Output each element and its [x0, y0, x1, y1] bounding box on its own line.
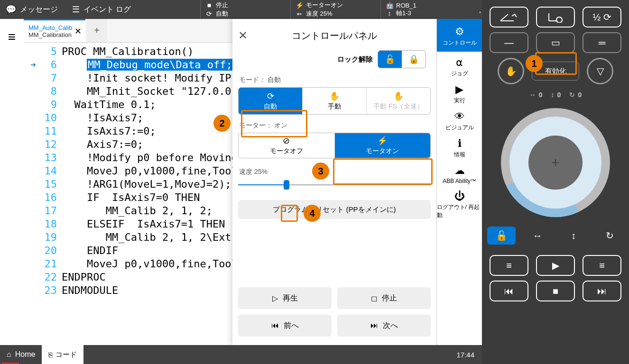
unlock-icon[interactable]: 🔓	[378, 51, 402, 68]
motor-on-icon: ⚡	[377, 136, 388, 146]
clock: 17:44	[449, 345, 482, 364]
page-button[interactable]: ▭	[536, 32, 575, 53]
slider-thumb[interactable]	[284, 180, 289, 190]
status-robot-axis: 🤖ROB_1 ↕軸1-3	[380, 0, 471, 19]
align-icon[interactable]	[490, 7, 528, 27]
panel-title: コントロールパネル	[257, 29, 412, 42]
jog-icon: ⍺	[456, 56, 463, 69]
sidebar-jog[interactable]: ⍺ジョグ	[437, 54, 482, 81]
motor-off-icon: ⊘	[283, 136, 290, 146]
next-icon: ⏭	[370, 321, 378, 330]
sidebar-control[interactable]: ⚙コントロール	[437, 19, 482, 52]
lock-icon[interactable]: 🔒	[402, 51, 426, 68]
sidebar-run[interactable]: ▶実行	[437, 81, 482, 108]
panel-close-button[interactable]: ✕	[238, 29, 257, 42]
bottom-bar: ⌂ Home ⎘ コード 17:44	[0, 345, 482, 364]
joystick-center[interactable]: +	[528, 136, 583, 190]
play-button[interactable]: ▷再生	[238, 287, 332, 309]
unlock-small-icon[interactable]: 🔓	[487, 227, 516, 245]
mode-full-button: ✋手動 FS（全速）	[366, 88, 430, 114]
info-icon: ℹ	[458, 137, 462, 150]
event-log-label[interactable]: イベント ログ	[83, 5, 131, 15]
stop-square-icon[interactable]: ■	[536, 281, 575, 301]
step-fwd-icon[interactable]: ⏭	[583, 281, 621, 301]
mode-manual-button[interactable]: ✋手動	[302, 88, 366, 114]
auto-mode-icon: ⟳	[267, 91, 274, 101]
enable-button[interactable]: 有効化	[532, 62, 579, 81]
prev-icon: ⏮	[271, 321, 279, 330]
run-icon: ▶	[455, 83, 463, 96]
equals-button[interactable]: ═	[583, 32, 621, 53]
menu-lines-icon[interactable]: ≡	[490, 255, 528, 276]
list-icon[interactable]: ☰	[72, 4, 80, 15]
sidebar-ability[interactable]: ☁ABB Ability™	[437, 162, 482, 187]
motor-off-button[interactable]: ⊘モータオフ	[239, 133, 334, 158]
touch-icon[interactable]: ✋	[498, 58, 524, 84]
sidebar-visual[interactable]: 👁ビジュアル	[437, 108, 482, 135]
hand-icon: ✋	[329, 91, 340, 101]
robot-icon: 🤖	[386, 1, 393, 9]
tab-close[interactable]: ✕	[74, 26, 82, 36]
messages-label[interactable]: メッセージ	[20, 5, 58, 15]
prev-button[interactable]: ⏮前へ	[238, 315, 332, 337]
warning-icon[interactable]: ▽	[587, 58, 613, 84]
message-icon[interactable]: 💬	[6, 4, 16, 15]
status-motor-speed: ⚡モーターオン ➳速度 25%	[290, 0, 380, 19]
reset-program-button[interactable]: プログラムをリセット (PPをメインに)	[238, 200, 431, 219]
motor-icon: ⚡	[296, 1, 303, 9]
sidebar-logout[interactable]: ⏻ログアウト/ 再起動	[437, 187, 482, 222]
minus-button[interactable]: —	[490, 32, 528, 53]
motor-on-button[interactable]: ⚡モータオン	[334, 133, 431, 158]
code-tab-button[interactable]: ⎘ コード	[42, 345, 83, 364]
rotate-arrow-icon[interactable]: ↻	[595, 227, 624, 245]
tab-subtitle: MM_Calibration	[28, 31, 81, 38]
unlock-label: ロック解除	[337, 55, 373, 64]
code-icon: ⎘	[48, 351, 53, 359]
speed-label: 速度 25%	[239, 168, 430, 176]
step-back-icon[interactable]: ⏮	[490, 281, 528, 301]
play-icon: ▷	[272, 294, 278, 303]
speed-slider[interactable]	[238, 179, 431, 191]
mode-auto-button[interactable]: ⟳自動	[239, 88, 302, 114]
add-tab-button[interactable]: +	[86, 19, 107, 42]
mode-segment: ⟳自動 ✋手動 ✋手動 FS（全速）	[238, 87, 431, 115]
stop-icon: ■	[205, 1, 213, 9]
auto-icon: ⟳	[205, 10, 213, 18]
teach-pendant-bar: ½ ⟳ — ▭ ═ ✋ 有効化 ▽ ↔ 0 ↕ 0 ↻ 0 + 🔓 ↔ ↕ ↻ …	[482, 0, 629, 364]
right-sidebar: ⚙コントロール ⍺ジョグ ▶実行 👁ビジュアル ℹ情報 ☁ABB Ability…	[436, 19, 482, 345]
play-large-icon[interactable]: ▶	[536, 255, 575, 276]
joystick[interactable]: +	[501, 108, 610, 217]
tab-title: MM_Auto_Calib	[28, 24, 81, 31]
speed-icon: ➳	[296, 10, 303, 18]
cloud-icon: ☁	[454, 164, 465, 177]
power-icon: ⏻	[454, 190, 465, 202]
lock-toggle[interactable]: 🔓 🔒	[378, 50, 426, 68]
home-button[interactable]: ⌂ Home	[0, 345, 42, 364]
axis-icon: ↕	[386, 9, 393, 17]
mode-label: モード： 自動	[239, 76, 430, 84]
stop-icon: ◻	[371, 294, 377, 303]
visual-icon: 👁	[454, 110, 465, 123]
file-tab[interactable]: MM_Auto_Calib MM_Calibration ✕	[24, 19, 85, 42]
vert-arrow-icon[interactable]: ↕	[559, 227, 588, 245]
orient-icon[interactable]	[536, 7, 575, 27]
gear-icon: ⚙	[455, 26, 464, 38]
home-icon: ⌂	[7, 350, 11, 359]
stop-button[interactable]: ◻停止	[337, 287, 431, 309]
hand-full-icon: ✋	[393, 91, 404, 101]
next-button[interactable]: ⏭次へ	[337, 315, 431, 337]
half-step-icon[interactable]: ½ ⟳	[583, 7, 621, 27]
control-panel: ✕ コントロールパネル ロック解除 🔓 🔒 モード： 自動 ⟳自動 ✋手動 ✋手…	[232, 19, 436, 345]
coord-display: ↔ 0 ↕ 0 ↻ 0	[529, 91, 582, 99]
motor-label: モーター： オン	[239, 121, 430, 130]
menu-lines2-icon[interactable]: ≡	[583, 255, 621, 276]
horiz-arrow-icon[interactable]: ↔	[523, 227, 552, 245]
menu-button[interactable]: ≡	[0, 19, 24, 345]
motor-segment: ⊘モータオフ ⚡モータオン	[238, 133, 431, 158]
status-stop-auto: ■停止 ⟳自動	[200, 0, 290, 19]
sidebar-info[interactable]: ℹ情報	[437, 135, 482, 162]
